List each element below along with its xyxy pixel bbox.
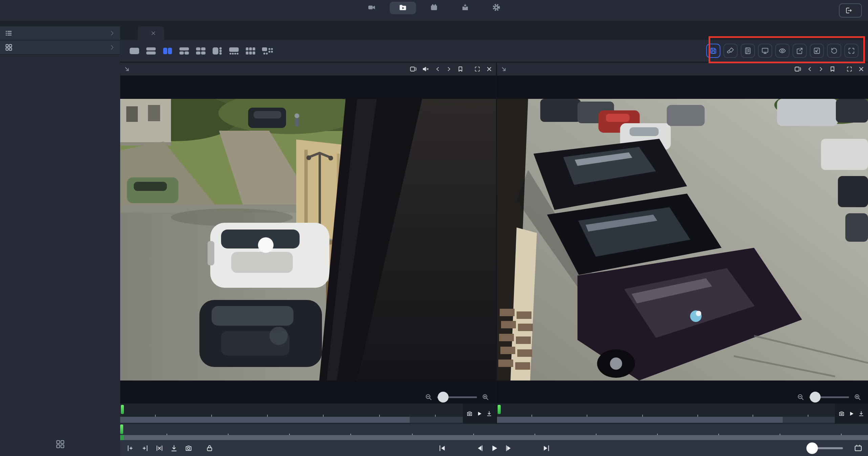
collapse-sidebar-button[interactable] (0, 9, 8, 12)
tile-fullscreen-button[interactable] (846, 66, 853, 72)
share-button[interactable] (793, 44, 807, 58)
previous-frame-button[interactable] (435, 66, 441, 72)
camera-footage-parking (497, 99, 868, 381)
sidebar-item-layouts[interactable] (0, 41, 120, 55)
zoom-out-icon[interactable] (797, 393, 804, 401)
mute-icon[interactable] (422, 66, 430, 72)
global-timeline[interactable] (120, 424, 868, 440)
tile-timeline-1[interactable] (120, 404, 496, 424)
clear-layout-button[interactable] (723, 44, 738, 58)
video-canvas-1[interactable] (120, 75, 496, 404)
main-nav (359, 2, 509, 14)
next-frame-button[interactable] (446, 66, 452, 72)
drag-handle-icon[interactable] (500, 66, 507, 72)
step-back-button[interactable] (475, 444, 484, 453)
zoom-slider[interactable] (809, 396, 849, 398)
save-layout-button[interactable] (706, 44, 720, 58)
skip-to-end-button[interactable] (542, 444, 551, 453)
previous-frame-button[interactable] (807, 66, 813, 72)
journal-button[interactable] (741, 44, 755, 58)
layout-2-rows-button[interactable] (144, 45, 158, 57)
timeline-scrollbar[interactable] (120, 417, 496, 423)
calendar-range-button[interactable] (854, 444, 863, 453)
playback-controls (438, 444, 551, 453)
lock-icon[interactable] (205, 444, 214, 452)
snapshot-button[interactable] (185, 444, 193, 452)
timeline-scrollbar[interactable] (497, 417, 868, 423)
drag-handle-icon[interactable] (124, 66, 130, 72)
pip-frame-button[interactable] (794, 66, 802, 72)
pip-frame-button[interactable] (410, 66, 417, 72)
video-canvas-2[interactable] (497, 75, 868, 404)
playback-left-tools (120, 444, 214, 452)
nav-item-downloads[interactable] (452, 2, 478, 14)
tile-zoom-control (425, 393, 489, 401)
layout-actions-group (706, 44, 859, 58)
refresh-button[interactable] (827, 44, 841, 58)
resize-icon (813, 47, 821, 55)
timeline-scale-handle[interactable] (806, 442, 818, 454)
playback-bar (120, 440, 868, 456)
global-timeline-scrollbar[interactable] (120, 435, 868, 440)
timeline-scroll-thumb[interactable] (120, 417, 410, 423)
zoom-in-icon[interactable] (854, 393, 861, 401)
layout-single-button[interactable] (128, 45, 141, 57)
tile-timeline-2[interactable] (497, 404, 868, 424)
snapshot-button[interactable] (466, 410, 473, 417)
tile-download-button[interactable] (486, 410, 493, 417)
zoom-slider[interactable] (437, 396, 477, 398)
zoom-slider-handle[interactable] (438, 392, 449, 403)
range-clear-button[interactable] (155, 444, 164, 452)
layout-1-plus-2-button[interactable] (177, 45, 191, 57)
monitor-icon (761, 47, 769, 55)
bookmark-button[interactable] (457, 66, 464, 72)
logout-button[interactable] (839, 3, 862, 18)
save-icon (709, 47, 717, 55)
range-end-marker-button[interactable] (141, 444, 149, 452)
visibility-button[interactable] (775, 44, 789, 58)
new-layout-button[interactable] (49, 436, 71, 455)
share-icon (796, 47, 804, 55)
bookmark-button[interactable] (829, 66, 836, 72)
nav-item-archive[interactable] (390, 2, 416, 14)
sidebar-item-all-cameras[interactable] (0, 26, 120, 41)
next-frame-button[interactable] (818, 66, 824, 72)
export-download-button[interactable] (170, 444, 178, 452)
close-tab-icon[interactable] (151, 30, 156, 36)
layout-custom-button[interactable] (260, 45, 274, 57)
tab-layout-1[interactable] (138, 26, 164, 40)
nav-item-events[interactable] (421, 2, 447, 14)
nav-item-live[interactable] (359, 2, 385, 14)
play-button[interactable] (490, 444, 499, 453)
step-forward-button[interactable] (504, 444, 513, 453)
layout-6-grid-button[interactable] (244, 45, 257, 57)
layout-4-grid-button[interactable] (194, 45, 208, 57)
tile-fullscreen-button[interactable] (474, 66, 481, 72)
zoom-in-icon[interactable] (482, 393, 489, 401)
timeline-scroll-thumb[interactable] (497, 417, 783, 423)
tile-download-button[interactable] (858, 410, 865, 417)
display-button[interactable] (758, 44, 772, 58)
layout-1-plus-3-button[interactable] (211, 45, 224, 57)
tile-play-button[interactable] (848, 411, 854, 417)
zoom-out-icon[interactable] (425, 393, 432, 401)
fullscreen-button[interactable] (844, 44, 859, 58)
tab-home[interactable] (122, 26, 138, 40)
tile-close-button[interactable] (858, 66, 865, 72)
nav-item-settings[interactable] (483, 2, 509, 14)
add-tab-button[interactable] (164, 26, 179, 40)
resize-button[interactable] (810, 44, 824, 58)
layout-2-columns-button[interactable] (161, 45, 174, 57)
layout-1-plus-4-button[interactable] (227, 45, 241, 57)
range-start-marker-button[interactable] (126, 444, 134, 452)
skip-to-start-button[interactable] (438, 444, 447, 453)
tile-close-button[interactable] (486, 66, 493, 72)
zoom-slider-handle[interactable] (810, 392, 821, 403)
timeline-scale-slider[interactable] (807, 447, 843, 449)
layout-presets (128, 45, 274, 57)
tile-play-button[interactable] (476, 411, 482, 417)
tab-strip (120, 21, 868, 40)
camera-grid (120, 63, 868, 424)
timeline-scale-controls (802, 444, 868, 453)
snapshot-button[interactable] (838, 410, 845, 417)
